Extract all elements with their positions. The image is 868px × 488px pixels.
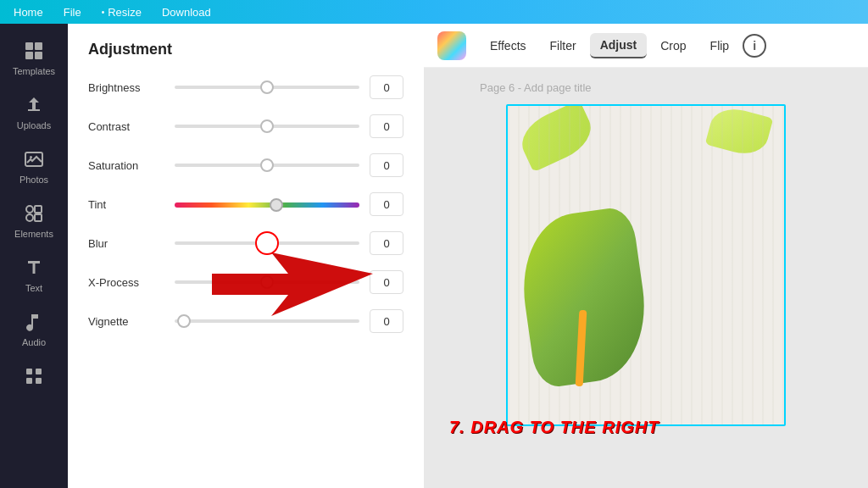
sidebar-item-templates[interactable]: Templates: [0, 30, 68, 85]
svg-rect-0: [25, 42, 33, 50]
top-bar: Home File Resize Download: [0, 0, 868, 24]
contrast-slider[interactable]: [175, 125, 359, 128]
canvas-image: [506, 104, 786, 426]
tint-slider[interactable]: [175, 202, 359, 206]
photos-icon: [22, 147, 46, 171]
blur-value: 0: [370, 231, 403, 255]
xprocess-slider[interactable]: [175, 280, 359, 284]
sidebar: Templates Uploads Photos Elements Text: [0, 24, 68, 488]
sidebar-label-elements: Elements: [14, 229, 53, 239]
topbar-resize[interactable]: Resize: [102, 6, 142, 19]
drag-text: 7. DRAG TO THE RIGHT: [449, 418, 659, 436]
xprocess-row: X-Process 0: [88, 270, 403, 294]
right-panel: Effects Filter Adjust Crop Flip i Page 6…: [424, 24, 868, 488]
adjust-button[interactable]: Adjust: [590, 33, 648, 58]
filter-button[interactable]: Filter: [540, 34, 587, 58]
flip-button[interactable]: Flip: [700, 34, 740, 58]
contrast-row: Contrast 0: [88, 114, 403, 138]
vignette-value: 0: [370, 309, 403, 333]
crop-button[interactable]: Crop: [650, 34, 696, 58]
svg-rect-12: [26, 378, 32, 384]
elements-icon: [22, 202, 46, 225]
sidebar-item-audio[interactable]: Audio: [0, 302, 68, 356]
blur-slider[interactable]: [175, 241, 359, 245]
saturation-label: Saturation: [88, 159, 164, 172]
sidebar-label-photos: Photos: [19, 175, 48, 185]
blur-label: Blur: [88, 237, 164, 250]
sidebar-item-more[interactable]: [0, 356, 68, 396]
upload-icon: [22, 93, 46, 117]
saturation-value: 0: [370, 153, 403, 177]
svg-rect-3: [35, 52, 42, 59]
tint-label: Tint: [88, 198, 164, 211]
page-title-placeholder[interactable]: Add page title: [524, 81, 592, 94]
page-label: Page 6: [480, 81, 515, 94]
app-icon: [437, 31, 466, 60]
svg-rect-7: [35, 206, 42, 213]
sidebar-item-uploads[interactable]: Uploads: [0, 85, 68, 139]
adjustment-title: Adjustment: [88, 41, 403, 58]
svg-point-6: [26, 206, 33, 213]
canvas-area: Page 6 - Add page title 7. DRAG TO THE: [424, 68, 868, 488]
saturation-thumb[interactable]: [260, 158, 274, 172]
vignette-row: Vignette 0: [88, 309, 403, 333]
xprocess-label: X-Process: [88, 276, 164, 289]
vignette-slider[interactable]: [175, 319, 359, 323]
brightness-value: 0: [370, 75, 403, 99]
image-toolbar: Effects Filter Adjust Crop Flip i: [424, 24, 868, 68]
svg-rect-13: [36, 378, 42, 384]
brightness-row: Brightness 0: [88, 75, 403, 99]
svg-rect-10: [26, 369, 32, 374]
saturation-slider[interactable]: [175, 164, 359, 167]
page-title-row: Page 6 - Add page title: [480, 81, 592, 94]
sidebar-label-uploads: Uploads: [17, 120, 51, 130]
contrast-label: Contrast: [88, 120, 164, 133]
svg-rect-1: [35, 42, 42, 50]
saturation-row: Saturation 0: [88, 153, 403, 177]
brightness-slider[interactable]: [175, 86, 359, 89]
blur-thumb[interactable]: [255, 231, 279, 255]
topbar-download[interactable]: Download: [162, 6, 211, 19]
svg-rect-9: [35, 214, 42, 221]
info-button[interactable]: i: [743, 34, 766, 58]
contrast-thumb[interactable]: [260, 119, 274, 133]
brightness-label: Brightness: [88, 81, 164, 94]
tint-value: 0: [370, 192, 403, 216]
xprocess-thumb[interactable]: [260, 275, 274, 289]
sidebar-item-elements[interactable]: Elements: [0, 193, 68, 247]
sidebar-label-templates: Templates: [13, 66, 55, 76]
drag-annotation: 7. DRAG TO THE RIGHT: [449, 418, 659, 437]
sidebar-item-photos[interactable]: Photos: [0, 139, 68, 193]
sidebar-item-text[interactable]: Text: [0, 247, 68, 302]
more-icon: [22, 364, 46, 388]
svg-point-8: [26, 214, 33, 221]
main-layout: Templates Uploads Photos Elements Text: [0, 24, 868, 488]
text-icon: [22, 256, 46, 280]
templates-icon: [22, 39, 46, 63]
audio-icon: [22, 310, 46, 334]
vignette-label: Vignette: [88, 315, 164, 328]
contrast-value: 0: [370, 114, 403, 138]
sidebar-label-text: Text: [25, 283, 42, 293]
svg-rect-2: [25, 52, 33, 59]
xprocess-value: 0: [370, 270, 403, 294]
page-title-sep: -: [518, 81, 524, 94]
sidebar-label-audio: Audio: [22, 337, 46, 347]
svg-rect-11: [36, 369, 42, 374]
vignette-thumb[interactable]: [177, 314, 191, 328]
tint-row: Tint 0: [88, 192, 403, 216]
brightness-thumb[interactable]: [260, 80, 274, 94]
blur-row: Blur 0: [88, 231, 403, 255]
svg-point-5: [30, 156, 32, 158]
topbar-file[interactable]: File: [64, 6, 81, 19]
tint-thumb[interactable]: [270, 198, 283, 212]
effects-button[interactable]: Effects: [480, 34, 537, 58]
topbar-home[interactable]: Home: [14, 6, 43, 19]
adjustment-panel: Adjustment Brightness 0 Contrast 0 Satur…: [68, 24, 424, 488]
